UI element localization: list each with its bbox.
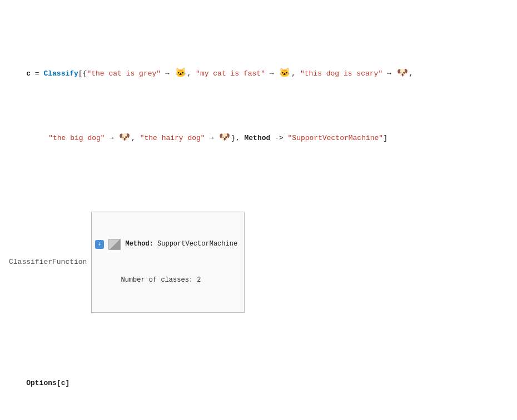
- dog-icon-1: 🐶: [397, 66, 408, 81]
- plus-button[interactable]: +: [95, 240, 104, 249]
- options-header-line: Options[c]: [9, 365, 508, 401]
- dog-icon-3: 🐶: [219, 131, 230, 145]
- dog-icon-2: 🐶: [119, 131, 130, 145]
- var-c: c: [26, 69, 31, 78]
- method-key: Method: [245, 134, 271, 142]
- str3: "this dog is scary": [300, 69, 382, 78]
- classifier-thumb: [108, 239, 121, 250]
- cat-icon-2: 🐱: [279, 66, 290, 81]
- classify-expression-2: "the big dog" → 🐶, "the hairy dog" → 🐶},…: [31, 119, 508, 157]
- str2: "my cat is fast": [196, 69, 265, 78]
- str4: "the big dog": [48, 134, 105, 142]
- classifier-function-section: ClassifierFunction + Method: SupportVect…: [9, 212, 508, 313]
- str5: "the hairy dog": [140, 134, 205, 142]
- classify-expression: c = Classify[{"the cat is grey" → 🐱, "my…: [9, 54, 508, 93]
- code-block: c = Classify[{"the cat is grey" → 🐱, "my…: [9, 7, 508, 420]
- options-header: Options[c]: [26, 379, 69, 387]
- classifier-function-label: ClassifierFunction: [9, 256, 87, 268]
- cat-icon-1: 🐱: [175, 66, 186, 81]
- cf-method-label: Method: SupportVectorMachine: [125, 239, 237, 250]
- classifier-function-box: + Method: SupportVectorMachine Number of…: [91, 212, 245, 313]
- str1: "the cat is grey": [87, 69, 161, 78]
- cf-classes-label: Number of classes: 2: [121, 275, 201, 286]
- method-val: "SupportVectorMachine": [288, 134, 384, 142]
- classify-func: Classify: [43, 69, 78, 78]
